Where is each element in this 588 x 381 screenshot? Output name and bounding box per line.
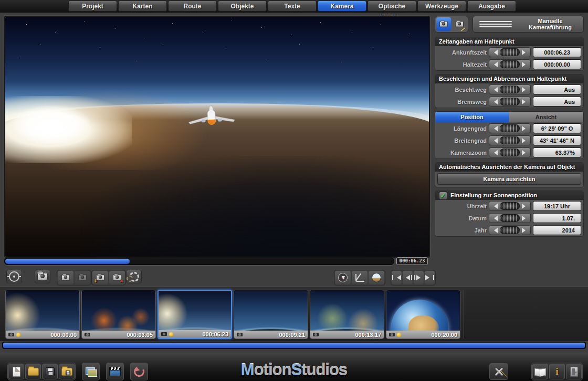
laengengrad-spinner[interactable] <box>489 123 531 133</box>
bremsweg-spinner[interactable] <box>489 97 531 107</box>
laengengrad-value[interactable]: 6° 29' 09" O <box>533 123 581 133</box>
airplane-object[interactable] <box>187 102 237 135</box>
haltezeit-value[interactable]: 000:00.00 <box>533 59 581 69</box>
spin-roller[interactable] <box>500 149 520 156</box>
tab-ansicht[interactable]: Ansicht <box>509 112 583 122</box>
camera-add-button[interactable]: + <box>92 271 108 284</box>
breitengrad-spinner[interactable] <box>489 135 531 145</box>
camera-tools-button[interactable] <box>452 17 467 31</box>
ankunftszeit-value[interactable]: 000:06.23 <box>533 47 581 57</box>
spin-roller[interactable] <box>500 124 520 132</box>
tab-werkzeuge[interactable]: Werkzeuge <box>417 1 466 12</box>
sun-position-checkbox[interactable]: ✓ <box>439 192 447 200</box>
save-project-as-button[interactable] <box>59 364 75 379</box>
spin-left-icon[interactable] <box>491 62 498 67</box>
spin-roller[interactable] <box>500 98 520 105</box>
playback-progress-track[interactable] <box>4 258 394 265</box>
camera-next-button[interactable] <box>75 271 90 284</box>
breitengrad-value[interactable]: 43° 41' 46" N <box>533 135 581 145</box>
open-project-button[interactable] <box>25 364 41 379</box>
last-frame-button[interactable] <box>425 271 435 284</box>
kamerazoom-value[interactable]: 63.37% <box>533 147 581 157</box>
datum-value[interactable]: 1.07. <box>533 213 581 223</box>
spin-left-icon[interactable] <box>491 99 498 104</box>
keyframe-thumbnail-3-selected[interactable]: 000:06.23 <box>158 290 232 339</box>
tab-kamera[interactable]: Kamera <box>318 1 366 12</box>
ankunftszeit-spinner[interactable] <box>489 47 531 57</box>
keyframe-thumbnail-5[interactable]: 000:13.17 <box>310 290 384 339</box>
new-project-button[interactable] <box>8 364 24 379</box>
camera-prev-button[interactable] <box>58 271 74 284</box>
manual-button[interactable] <box>532 364 548 379</box>
export-image-button[interactable] <box>82 363 100 380</box>
first-frame-button[interactable] <box>392 271 402 284</box>
spin-right-icon[interactable] <box>522 204 528 209</box>
save-project-button[interactable] <box>42 364 58 379</box>
tab-ausgabe[interactable]: Ausgabe <box>467 1 516 12</box>
kamerazoom-spinner[interactable] <box>489 147 531 157</box>
tab-projekt[interactable]: Projekt <box>68 1 117 12</box>
prev-frame-button[interactable] <box>403 271 413 284</box>
tab-texte[interactable]: Texte <box>268 1 317 12</box>
tab-optische-effekte[interactable]: Optische Effekte <box>368 1 416 12</box>
spin-roller[interactable] <box>500 136 520 144</box>
bremsweg-value[interactable]: Aus <box>533 97 581 107</box>
tab-position[interactable]: Position <box>435 112 509 122</box>
haltezeit-spinner[interactable] <box>489 59 531 69</box>
spin-right-icon[interactable] <box>522 87 528 92</box>
keyframe-thumbnail-1[interactable]: 000:00.00 <box>5 290 80 339</box>
kamera-ausrichten-button[interactable]: Kamera ausrichten <box>437 173 581 185</box>
spin-left-icon[interactable] <box>491 216 498 221</box>
spin-right-icon[interactable] <box>522 216 528 221</box>
exit-button[interactable] <box>566 364 582 379</box>
timeline-scrollbar-track[interactable] <box>2 342 586 349</box>
uhrzeit-value[interactable]: 19:17 Uhr <box>533 201 581 211</box>
preview-viewport[interactable] <box>4 16 430 258</box>
spin-right-icon[interactable] <box>522 228 528 233</box>
camera-mode-dropdown[interactable]: Manuelle Kameraführung <box>472 16 584 33</box>
target-crosshair-button[interactable] <box>6 270 22 283</box>
jahr-spinner[interactable] <box>489 225 531 235</box>
spin-left-icon[interactable] <box>491 126 498 131</box>
spin-right-icon[interactable] <box>522 138 528 143</box>
angle-button[interactable] <box>352 271 368 284</box>
spin-roller[interactable] <box>500 60 520 68</box>
spin-roller[interactable] <box>500 86 520 93</box>
spin-left-icon[interactable] <box>491 138 498 143</box>
beschlweg-spinner[interactable] <box>489 84 531 94</box>
jahr-value[interactable]: 2014 <box>533 225 581 235</box>
camera-remove-button[interactable]: × <box>109 271 125 284</box>
camera-flash-button[interactable] <box>35 270 50 283</box>
keyframe-thumbnail-4[interactable]: 000:09.21 <box>234 290 308 339</box>
keyframe-thumbnail-2[interactable]: 000:03.05 <box>81 290 156 339</box>
tab-objekte[interactable]: Objekte <box>218 1 267 12</box>
beschlweg-value[interactable]: Aus <box>533 84 581 94</box>
compass-button[interactable] <box>335 271 351 284</box>
spin-roller[interactable] <box>500 48 520 56</box>
spin-right-icon[interactable] <box>522 99 528 104</box>
spin-left-icon[interactable] <box>491 228 498 233</box>
spin-roller[interactable] <box>500 202 520 210</box>
export-video-button[interactable] <box>106 363 124 380</box>
uhrzeit-spinner[interactable] <box>489 201 531 211</box>
timeline-scrollbar-thumb[interactable] <box>3 343 585 348</box>
spin-left-icon[interactable] <box>491 204 498 209</box>
camera-mode-button[interactable] <box>436 17 451 31</box>
spin-right-icon[interactable] <box>522 50 528 55</box>
horizon-button[interactable] <box>369 271 384 284</box>
keyframe-thumbnail-6[interactable]: 000:20.00 <box>386 290 460 339</box>
spin-right-icon[interactable] <box>522 62 528 67</box>
undo-button[interactable] <box>130 363 148 380</box>
spin-right-icon[interactable] <box>522 150 528 155</box>
spin-left-icon[interactable] <box>491 50 498 55</box>
spin-roller[interactable] <box>500 226 520 234</box>
spin-right-icon[interactable] <box>522 126 528 131</box>
spin-left-icon[interactable] <box>491 150 498 155</box>
spin-left-icon[interactable] <box>491 87 498 92</box>
spin-roller[interactable] <box>500 214 520 222</box>
tab-route[interactable]: Route <box>168 1 217 12</box>
datum-spinner[interactable] <box>489 213 531 223</box>
next-frame-button[interactable] <box>414 271 424 284</box>
camera-settings-button[interactable] <box>126 270 142 283</box>
tools-button[interactable] <box>489 363 508 380</box>
